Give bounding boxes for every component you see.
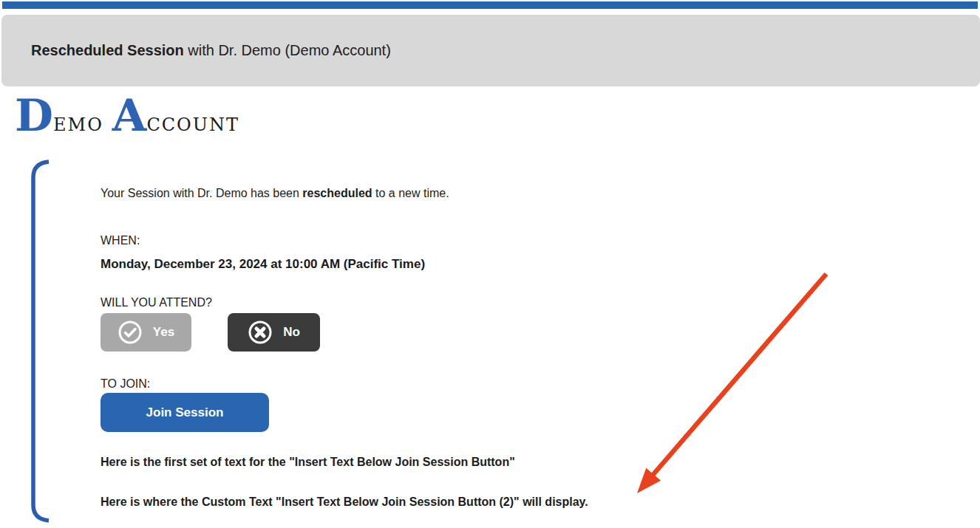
intro-prefix: Your Session with Dr. Demo has been <box>101 187 302 199</box>
logo-initial-d: D <box>15 89 53 141</box>
session-datetime: Monday, December 23, 2024 at 10:00 AM (P… <box>101 257 425 272</box>
red-arrow-head <box>637 468 661 493</box>
intro-suffix: to a new time. <box>372 187 449 199</box>
yes-button[interactable]: Yes <box>101 313 191 352</box>
logo-initial-a: A <box>112 89 147 141</box>
email-subject-header: Rescheduled Session with Dr. Demo (Demo … <box>1 15 980 86</box>
red-arrow-line <box>650 274 826 478</box>
top-accent-bar <box>2 1 978 9</box>
logo-small-d: EMO <box>53 114 103 135</box>
intro-text: Your Session with Dr. Demo has been resc… <box>101 187 449 200</box>
demo-account-logo: DEMOACCOUNT <box>15 93 239 137</box>
logo-small-a: CCOUNT <box>146 114 239 135</box>
check-circle-icon <box>118 320 143 345</box>
join-session-button-label: Join Session <box>146 405 224 420</box>
join-session-button[interactable]: Join Session <box>101 393 269 432</box>
red-arrow-annotation <box>621 266 843 502</box>
when-label: WHEN: <box>101 234 140 247</box>
attend-label: WILL YOU ATTEND? <box>101 296 212 309</box>
custom-text-below-button-1: Here is the first set of text for the "I… <box>101 456 515 469</box>
yes-button-label: Yes <box>153 325 174 340</box>
x-circle-icon <box>248 320 273 345</box>
no-button[interactable]: No <box>228 313 320 352</box>
intro-bold: rescheduled <box>302 187 372 199</box>
no-button-label: No <box>283 325 300 340</box>
subject-title-bold: Rescheduled Session <box>31 42 184 59</box>
left-quote-border <box>30 160 55 523</box>
subject-title-rest: with Dr. Demo (Demo Account) <box>184 42 391 59</box>
to-join-label: TO JOIN: <box>101 377 150 391</box>
custom-text-below-button-2: Here is where the Custom Text "Insert Te… <box>101 496 588 509</box>
